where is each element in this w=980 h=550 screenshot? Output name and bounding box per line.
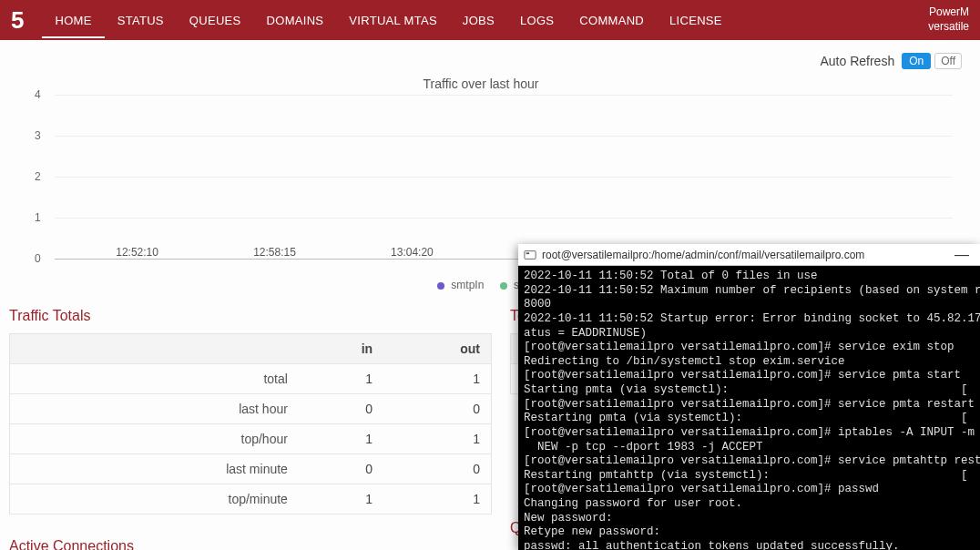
y-tick: 3 <box>35 129 41 142</box>
nav-license[interactable]: LICENSE <box>657 3 735 38</box>
svg-rect-0 <box>525 250 536 259</box>
table-row: total11 <box>10 364 492 394</box>
nav-logs[interactable]: LOGS <box>507 3 567 38</box>
x-tick: 12:52:10 <box>116 246 158 259</box>
app-logo: 5 <box>11 6 24 35</box>
legend-dot-icon <box>500 282 507 290</box>
nav-status[interactable]: STATUS <box>105 3 177 38</box>
y-tick: 1 <box>35 211 41 224</box>
terminal-title-bar[interactable]: root@versatilemailpro:/home/admin/conf/m… <box>518 244 980 266</box>
chart-title: Traffic over last hour <box>9 76 953 95</box>
nav-jobs[interactable]: JOBS <box>450 3 507 38</box>
x-tick: 13:04:20 <box>391 246 434 259</box>
y-tick: 0 <box>35 252 41 265</box>
auto-refresh-on-button[interactable]: On <box>902 53 931 69</box>
terminal-icon <box>524 249 536 261</box>
main-nav: HOME STATUS QUEUES DOMAINS VIRTUAL MTAS … <box>42 3 734 38</box>
active-connections-title: Active Connections <box>9 531 492 550</box>
col-out: out <box>383 334 491 364</box>
brand-label: PowerM versatile <box>928 5 969 34</box>
auto-refresh-label: Auto Refresh <box>820 54 894 68</box>
brand-line1: PowerM <box>928 5 969 20</box>
chart-plot-area: 4 3 2 1 0 <box>55 95 953 259</box>
legend-series-0: smtpIn <box>451 279 484 291</box>
legend-dot-icon <box>437 282 444 290</box>
y-tick: 2 <box>35 170 41 183</box>
nav-virtual-mtas[interactable]: VIRTUAL MTAS <box>336 3 450 38</box>
col-in: in <box>299 334 383 364</box>
col-blank <box>10 334 299 364</box>
table-row: last hour00 <box>10 394 492 424</box>
minimize-icon[interactable]: — <box>949 247 975 263</box>
nav-queues[interactable]: QUEUES <box>177 3 254 38</box>
svg-rect-1 <box>526 252 530 254</box>
table-row: top/hour11 <box>10 424 492 454</box>
auto-refresh-bar: Auto Refresh On Off <box>0 40 980 76</box>
brand-line2: versatile <box>928 20 969 35</box>
nav-home[interactable]: HOME <box>42 3 104 38</box>
traffic-totals-table: in out total11 last hour00 top/hour11 la… <box>9 333 492 514</box>
top-nav-bar: 5 HOME STATUS QUEUES DOMAINS VIRTUAL MTA… <box>0 0 980 40</box>
auto-refresh-off-button[interactable]: Off <box>934 53 962 69</box>
y-tick: 4 <box>35 88 41 101</box>
traffic-totals-title: Traffic Totals <box>9 300 492 333</box>
nav-domains[interactable]: DOMAINS <box>254 3 337 38</box>
table-row: top/minute11 <box>10 484 492 514</box>
terminal-title: root@versatilemailpro:/home/admin/conf/m… <box>542 249 864 261</box>
nav-command[interactable]: COMMAND <box>567 3 657 38</box>
table-row: last minute00 <box>10 454 492 484</box>
terminal-body[interactable]: 2022-10-11 11:50:52 Total of 0 files in … <box>518 266 980 550</box>
x-tick: 12:58:15 <box>253 246 296 259</box>
terminal-window[interactable]: root@versatilemailpro:/home/admin/conf/m… <box>518 244 980 550</box>
